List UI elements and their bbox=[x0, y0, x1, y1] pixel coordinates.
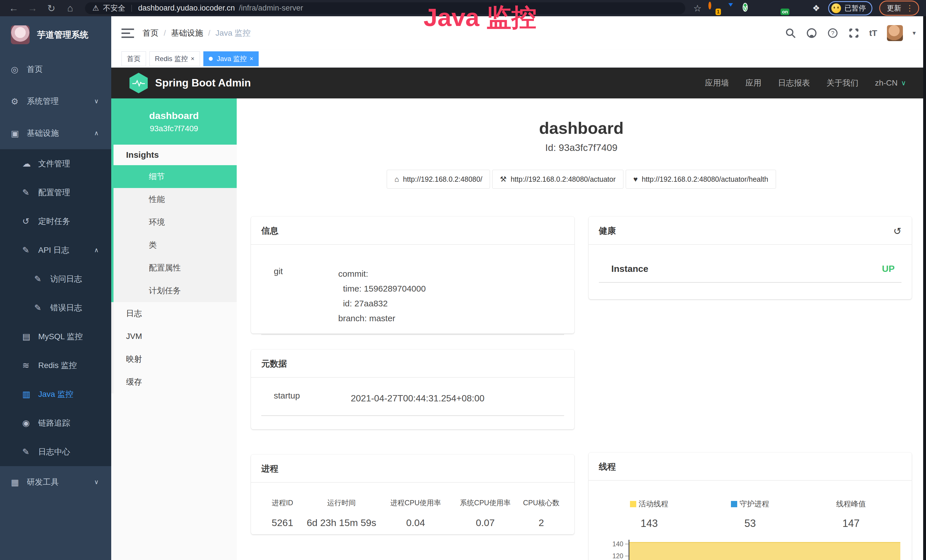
search-icon[interactable] bbox=[785, 27, 796, 39]
extension-y-icon[interactable]: y bbox=[743, 3, 753, 14]
cloud-icon: ☁ bbox=[22, 159, 38, 169]
sidebar-item-scheduled-jobs[interactable]: ↺ 定时任务 bbox=[0, 207, 111, 236]
tag-close-icon[interactable]: × bbox=[250, 55, 253, 62]
sba-menu-details[interactable]: 细节 bbox=[113, 165, 237, 188]
sba-nav-wallboard[interactable]: 应用墙 bbox=[705, 77, 729, 88]
sidebar-item-tracing[interactable]: ◉ 链路追踪 bbox=[0, 409, 111, 437]
instance-header[interactable]: dashboard 93a3fc7f7409 bbox=[111, 98, 237, 145]
sba-menu-loggers[interactable]: 日志 bbox=[113, 302, 237, 325]
fullscreen-icon[interactable] bbox=[848, 27, 859, 39]
sba-nav-applications[interactable]: 应用 bbox=[746, 77, 761, 88]
tag-label: Java 监控 bbox=[217, 54, 247, 64]
breadcrumb-infra[interactable]: 基础设施 bbox=[171, 28, 203, 38]
edit-icon: ✎ bbox=[34, 274, 50, 284]
github-icon[interactable] bbox=[806, 27, 817, 39]
sidebar-item-error-logs[interactable]: ✎ 错误日志 bbox=[0, 293, 111, 322]
url-host: dashboard.yudao.iocoder.cn bbox=[138, 4, 235, 12]
service-url-button[interactable]: ⌂ http://192.168.0.2:48080/ bbox=[387, 170, 490, 189]
address-bar[interactable]: ⚠ 不安全 dashboard.yudao.iocoder.cn/infra/a… bbox=[85, 2, 685, 14]
threads-card-title: 线程 bbox=[599, 461, 616, 473]
profile-paused-pill[interactable]: 已暂停 bbox=[828, 1, 872, 15]
insights-section-label[interactable]: Insights bbox=[113, 145, 237, 165]
sidebar-item-log-center[interactable]: ✎ 日志中心 bbox=[0, 437, 111, 466]
browser-toolbar-right: ☆ 1 y on ❖ 已暂停 更新 ⋮ bbox=[693, 1, 919, 16]
metadata-card: 元数据 startup 2021-04-27T00:44:31.254+08:0… bbox=[251, 350, 574, 429]
sidebar-item-home[interactable]: ◎ 首页 bbox=[0, 53, 111, 85]
home-icon[interactable]: ⌂ bbox=[63, 3, 77, 14]
page-scrollbar[interactable] bbox=[923, 16, 926, 560]
font-size-icon[interactable]: tT bbox=[869, 28, 877, 38]
tag-home[interactable]: 首页 bbox=[121, 51, 146, 66]
sidebar-item-label: 配置管理 bbox=[38, 187, 99, 198]
stack-icon: ≋ bbox=[22, 360, 38, 370]
help-icon[interactable]: ? bbox=[827, 27, 838, 39]
chrome-update-button[interactable]: 更新 ⋮ bbox=[879, 1, 919, 16]
sidebar-item-infra[interactable]: ▣ 基础设施 ∧ bbox=[0, 117, 111, 149]
sidebar-item-system[interactable]: ⚙ 系统管理 ∨ bbox=[0, 85, 111, 117]
heartbeat-icon: ♥ bbox=[633, 175, 638, 184]
sidebar-item-label: 首页 bbox=[27, 64, 99, 75]
sba-menu-environment[interactable]: 环境 bbox=[113, 211, 237, 234]
sba-nav-about[interactable]: 关于我们 bbox=[826, 77, 858, 88]
actuator-url: http://192.168.0.2:48080/actuator bbox=[510, 175, 616, 183]
user-avatar[interactable] bbox=[887, 25, 903, 41]
sidebar-item-label: 研发工具 bbox=[27, 477, 94, 487]
dashboard-icon: ◎ bbox=[11, 65, 27, 74]
sidebar-item-label: 文件管理 bbox=[38, 158, 99, 169]
breadcrumb-home[interactable]: 首页 bbox=[142, 28, 159, 38]
extension-leaf-icon[interactable] bbox=[794, 3, 804, 14]
sba-nav-journal[interactable]: 日志报表 bbox=[778, 77, 810, 88]
health-url-button[interactable]: ♥ http://192.168.0.2:48080/actuator/heal… bbox=[626, 170, 776, 189]
back-icon[interactable]: ← bbox=[7, 3, 21, 14]
sidebar-item-label: 系统管理 bbox=[27, 96, 94, 107]
tag-close-icon[interactable]: × bbox=[191, 55, 195, 62]
sidebar-item-label: 定时任务 bbox=[38, 216, 99, 227]
chevron-down-icon: ∨ bbox=[94, 98, 99, 105]
app-logo-row[interactable]: 芋道管理系统 bbox=[0, 16, 111, 53]
threads-chart-y-axis: 140 120 100 bbox=[599, 540, 629, 560]
address-divider bbox=[132, 5, 132, 12]
legend-daemon-threads: 守护进程 53 bbox=[699, 499, 800, 530]
forward-icon[interactable]: → bbox=[26, 3, 39, 14]
sba-menu-mappings[interactable]: 映射 bbox=[113, 348, 237, 371]
sidebar-item-file-manage[interactable]: ☁ 文件管理 bbox=[0, 149, 111, 178]
service-url: http://192.168.0.2:48080/ bbox=[403, 175, 482, 183]
browser-menu-kebab-icon: ⋮ bbox=[906, 4, 914, 12]
sba-menu-config-props[interactable]: 配置属性 bbox=[113, 256, 237, 279]
health-instance-row[interactable]: Instance UP bbox=[599, 263, 902, 283]
history-icon[interactable]: ↺ bbox=[893, 226, 902, 237]
instance-name: dashboard bbox=[149, 110, 199, 121]
sidebar-item-access-logs[interactable]: ✎ 访问日志 bbox=[0, 265, 111, 293]
sidebar-item-java-monitor[interactable]: ▥ Java 监控 bbox=[0, 380, 111, 409]
sba-nav: 应用墙 应用 日志报表 关于我们 zh-CN ∨ bbox=[705, 77, 906, 88]
tag-java-monitor[interactable]: Java 监控 × bbox=[203, 51, 259, 66]
extension-grid-icon[interactable] bbox=[760, 3, 770, 14]
extension-orange-icon[interactable]: 1 bbox=[708, 3, 719, 14]
sba-detail-content: dashboard Id: 93a3fc7f7409 ⌂ http://192.… bbox=[237, 98, 926, 560]
sidebar-item-dev-tools[interactable]: ▦ 研发工具 ∨ bbox=[0, 466, 111, 498]
actuator-url-button[interactable]: ⚒ http://192.168.0.2:48080/actuator bbox=[492, 170, 623, 189]
sba-locale-select[interactable]: zh-CN ∨ bbox=[875, 79, 906, 88]
sba-brand-title[interactable]: Spring Boot Admin bbox=[155, 77, 705, 89]
sidebar-item-mysql-monitor[interactable]: ▤ MySQL 监控 bbox=[0, 322, 111, 351]
tag-redis-monitor[interactable]: Redis 监控 × bbox=[150, 51, 200, 66]
sba-menu-caches[interactable]: 缓存 bbox=[113, 371, 237, 394]
reload-icon[interactable]: ↻ bbox=[44, 3, 58, 14]
extensions-puzzle-icon[interactable]: ❖ bbox=[811, 3, 822, 14]
tags-view-bar: 首页 Redis 监控 × Java 监控 × bbox=[111, 50, 926, 68]
sba-menu-metrics[interactable]: 性能 bbox=[113, 188, 237, 211]
user-caret-icon[interactable]: ▾ bbox=[912, 29, 916, 37]
extension-on-badge: on bbox=[781, 9, 790, 15]
sba-menu-jvm[interactable]: JVM bbox=[113, 325, 237, 348]
bookmark-star-icon[interactable]: ☆ bbox=[693, 3, 702, 14]
sba-menu-scheduled-tasks[interactable]: 计划任务 bbox=[113, 279, 237, 302]
process-card-title: 进程 bbox=[261, 463, 278, 475]
extension-switch-icon[interactable]: on bbox=[777, 3, 787, 14]
sidebar-item-api-logs[interactable]: ✎ API 日志 ∧ bbox=[0, 236, 111, 265]
sidebar-item-redis-monitor[interactable]: ≋ Redis 监控 bbox=[0, 351, 111, 380]
hamburger-icon[interactable] bbox=[121, 28, 134, 38]
sba-lower-menu: 日志 JVM 映射 缓存 bbox=[111, 302, 237, 394]
sidebar-item-config-manage[interactable]: ✎ 配置管理 bbox=[0, 178, 111, 207]
sba-menu-classes[interactable]: 类 bbox=[113, 234, 237, 256]
extension-pin-icon[interactable] bbox=[726, 3, 736, 14]
